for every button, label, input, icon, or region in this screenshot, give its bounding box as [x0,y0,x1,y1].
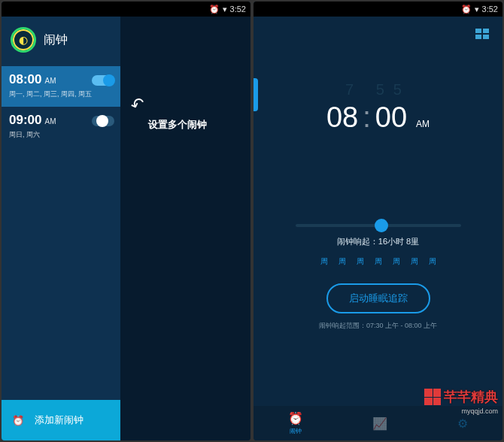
ring-info: 闹钟响起：16小时 8里 [337,236,419,247]
alarm-range-text: 闹钟响起范围：07:30 上午 - 08:00 上午 [319,321,437,331]
day-chip[interactable]: 周 [375,256,382,267]
add-alarm-label: 添加新闹钟 [35,413,83,427]
status-bar: ⏰ ▾ 3:52 [2,2,250,17]
drawer-handle[interactable] [254,78,258,111]
gear-icon: ⚙ [457,416,468,431]
alarm-toggle[interactable] [92,116,114,126]
wifi-icon: ▾ [475,5,479,14]
alarm-time: 08:00 [9,72,41,87]
watermark: 芊芊精典 [424,388,498,406]
alarm-ampm: AM [44,117,56,126]
alarm-icon: ⏰ [12,415,24,426]
alarm-toggle[interactable] [92,75,114,86]
settings-grid-icon[interactable] [475,29,489,39]
time-minute[interactable]: 00 [375,101,407,134]
alarm-days: 周一, 周二, 周三, 周四, 周五 [9,89,113,99]
day-chip[interactable]: 周 [357,256,364,267]
alarm-slider[interactable] [296,224,461,227]
phone-screen-left: ⏰ ▾ 3:52 ◐ 闹钟 08:00 AM 周一, 周二, 周三, 周四, 周… [2,2,250,440]
time-picker[interactable]: 08 : 00 AM [326,101,430,134]
day-chip[interactable]: 周 [393,256,400,267]
day-chip[interactable]: 周 [429,256,436,267]
alarm-days: 周日, 周六 [9,130,113,140]
day-chip[interactable]: 周 [411,256,418,267]
nav-alarm[interactable]: ⏰ 闹钟 [288,411,303,435]
day-chip[interactable]: 周 [339,256,346,267]
add-alarm-button[interactable]: ⏰ 添加新闹钟 [2,400,120,440]
day-selector: 周 周 周 周 周 周 周 [320,256,436,267]
time-ampm[interactable]: AM [416,119,430,129]
status-time: 3:52 [230,5,246,14]
alarm-status-icon: ⏰ [461,5,472,14]
wifi-icon: ▾ [223,5,227,14]
alarm-time: 09:00 [9,113,41,128]
tooltip-text: 设置多个闹钟 [148,118,207,132]
time-picker-background: 7 55 [345,81,411,98]
alarm-ampm: AM [44,77,56,85]
drawer-title: 闹钟 [44,32,68,48]
alarm-icon: ⏰ [288,411,303,425]
drawer-header: ◐ 闹钟 [2,17,120,66]
alarm-drawer: ◐ 闹钟 08:00 AM 周一, 周二, 周三, 周四, 周五 09:00 A… [2,17,120,440]
phone-screen-right: ⏰ ▾ 3:52 7 55 08 : 00 AM 闹钟响起：16小时 8里 周 … [254,2,502,440]
alarm-item[interactable]: 08:00 AM 周一, 周二, 周三, 周四, 周五 [2,66,120,107]
time-hour[interactable]: 08 [326,101,358,134]
nav-settings[interactable]: ⚙ [457,416,468,431]
slider-thumb[interactable] [375,219,388,232]
status-time: 3:52 [482,5,498,14]
drawer-backdrop[interactable] [120,17,250,440]
start-sleep-tracking-button[interactable]: 启动睡眠追踪 [326,283,430,313]
alarm-status-icon: ⏰ [209,5,220,14]
alarm-item[interactable]: 09:00 AM 周日, 周六 [2,107,120,147]
status-bar: ⏰ ▾ 3:52 [254,2,502,17]
bottom-nav: ⏰ 闹钟 📈 ⚙ [254,406,502,440]
nav-label: 闹钟 [290,427,302,435]
nav-stats[interactable]: 📈 [372,416,387,431]
app-icon: ◐ [11,27,36,53]
alarm-setup-screen: 7 55 08 : 00 AM 闹钟响起：16小时 8里 周 周 周 周 周 周… [254,17,502,440]
day-chip[interactable]: 周 [320,256,328,267]
chart-icon: 📈 [372,416,387,431]
